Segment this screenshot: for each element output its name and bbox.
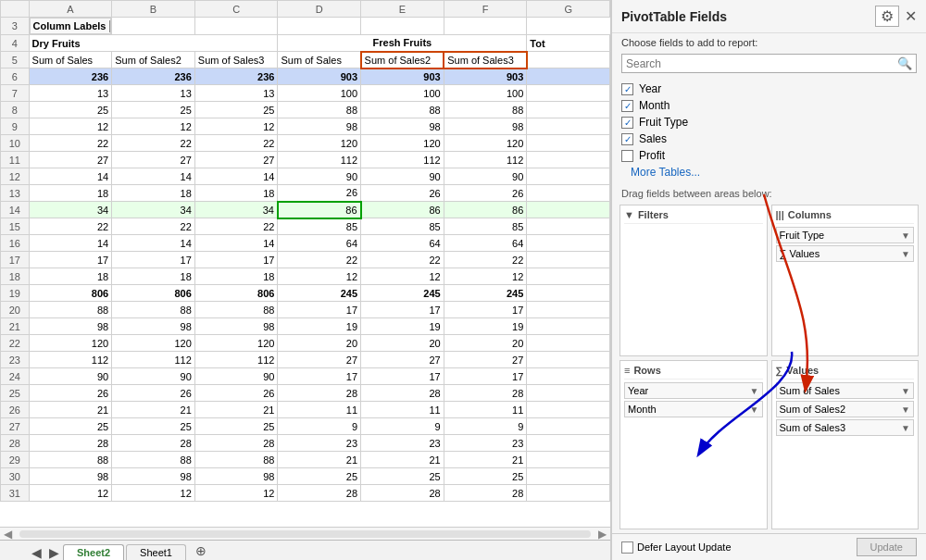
- cell-3f[interactable]: [361, 18, 444, 35]
- pivot-field-profit[interactable]: Profit: [621, 147, 917, 164]
- table-row[interactable]: 9121212989898: [1, 118, 610, 135]
- rows-year-dropdown[interactable]: ▼: [750, 386, 759, 396]
- tab-sheet1[interactable]: Sheet1: [126, 544, 186, 560]
- table-row[interactable]: 26212121111111: [1, 402, 610, 418]
- table-row[interactable]: 24909090171717: [1, 368, 610, 385]
- pivot-search-input[interactable]: [626, 57, 897, 70]
- table-row[interactable]: 14 34 34 34 86 86 86: [1, 202, 610, 218]
- cell-6b[interactable]: 236: [112, 68, 195, 85]
- table-row[interactable]: 27252525999: [1, 418, 610, 435]
- scroll-right-arrow[interactable]: ▶: [594, 528, 610, 541]
- values-sales-text: Sum of Sales: [780, 385, 840, 396]
- cell-3g[interactable]: [444, 18, 527, 35]
- pivot-values-item-sales3[interactable]: Sum of Sales3 ▼: [776, 419, 915, 436]
- pivot-close-button[interactable]: ✕: [905, 7, 917, 25]
- pivot-rows-item-month[interactable]: Month ▼: [624, 401, 763, 417]
- pivot-drag-label: Drag fields between areas below:: [612, 184, 926, 201]
- cell-14d-green[interactable]: 86: [278, 202, 361, 218]
- pivot-rows-item-year[interactable]: Year ▼: [624, 382, 763, 399]
- pivot-columns-item-fruittype[interactable]: Fruit Type ▼: [776, 227, 915, 243]
- tab-sheet2[interactable]: Sheet2: [63, 544, 124, 560]
- table-row[interactable]: 18181818121212: [1, 268, 610, 285]
- cell-3d[interactable]: [194, 18, 278, 35]
- pivot-subtitle: Choose fields to add to report:: [612, 33, 926, 50]
- cell-3c[interactable]: [112, 18, 195, 35]
- pivot-field-profit-checkbox[interactable]: [621, 150, 633, 162]
- pivot-field-fruittype-label: Fruit Type: [639, 116, 688, 129]
- table-row[interactable]: 30989898252525: [1, 468, 610, 485]
- table-row[interactable]: 15222222858585: [1, 218, 610, 235]
- table-row[interactable]: 6 236 236 236 903 903 903: [1, 68, 610, 85]
- pivot-search-box[interactable]: 🔍: [621, 54, 917, 73]
- values-sales-dropdown[interactable]: ▼: [901, 386, 910, 396]
- scroll-left-arrow[interactable]: ◀: [0, 528, 16, 541]
- pivot-field-year[interactable]: ✓ Year: [621, 81, 917, 97]
- table-row[interactable]: 16141414646464: [1, 235, 610, 252]
- tab-add-button[interactable]: ⊕: [188, 541, 214, 560]
- cell-6f[interactable]: 903: [444, 68, 527, 85]
- cell-3e[interactable]: [278, 18, 361, 35]
- cell-6d[interactable]: 903: [278, 68, 361, 85]
- pivot-values-item-sales[interactable]: Sum of Sales ▼: [776, 382, 915, 399]
- scroll-track[interactable]: [19, 530, 591, 538]
- row-num-5: 5: [1, 52, 30, 68]
- table-row[interactable]: 11272727112112112: [1, 152, 610, 168]
- search-icon: 🔍: [897, 56, 912, 70]
- values-sales2-dropdown[interactable]: ▼: [901, 404, 910, 415]
- table-row[interactable]: 10222222120120120: [1, 135, 610, 152]
- pivot-columns-item-values[interactable]: ∑ Values ▼: [776, 245, 915, 262]
- table-row[interactable]: 12141414909090: [1, 168, 610, 185]
- table-row[interactable]: 20888888171717: [1, 302, 610, 318]
- columns-fruittype-text: Fruit Type: [780, 230, 825, 241]
- table-row[interactable]: 29888888212121: [1, 452, 610, 468]
- pivot-gear-button[interactable]: ⚙: [875, 6, 899, 27]
- defer-label: Defer Layout Update: [637, 541, 732, 553]
- more-tables-link[interactable]: More Tables...: [621, 164, 917, 180]
- pivot-field-month[interactable]: ✓ Month: [621, 97, 917, 114]
- tab-nav-left[interactable]: ◀: [28, 545, 45, 560]
- values-sales3-text: Sum of Sales3: [780, 422, 846, 433]
- table-row[interactable]: 13181818262626: [1, 185, 610, 202]
- cell-6c[interactable]: 236: [194, 68, 278, 85]
- cell-6e[interactable]: 903: [361, 68, 444, 85]
- pivot-field-fruittype[interactable]: ✓ Fruit Type: [621, 114, 917, 131]
- table-row[interactable]: 17171717222222: [1, 252, 610, 268]
- cell-6a[interactable]: 236: [29, 68, 112, 85]
- table-row[interactable]: 19 806 806 806 245 245 245: [1, 285, 610, 302]
- pivot-columns-header: ||| Columns: [776, 209, 915, 224]
- table-row[interactable]: 31121212282828: [1, 485, 610, 502]
- horizontal-scrollbar[interactable]: ◀ ▶: [0, 527, 610, 540]
- tab-nav-right[interactable]: ▶: [45, 545, 63, 560]
- table-row[interactable]: 7131313100100100: [1, 85, 610, 102]
- pivot-field-sales-checkbox[interactable]: ✓: [621, 133, 633, 145]
- pivot-field-fruittype-checkbox[interactable]: ✓: [621, 117, 633, 129]
- pivot-values-item-sales2[interactable]: Sum of Sales2 ▼: [776, 401, 915, 417]
- table-row[interactable]: 22120120120202020: [1, 335, 610, 352]
- columns-values-dropdown[interactable]: ▼: [901, 249, 910, 259]
- pivot-rows-header: ≡ Rows: [624, 365, 763, 380]
- defer-checkbox[interactable]: [621, 541, 633, 554]
- pivot-field-month-checkbox[interactable]: ✓: [621, 100, 633, 112]
- pivot-columns-area: ||| Columns Fruit Type ▼ ∑ Values ▼: [771, 205, 920, 356]
- table-row[interactable]: 21989898191919: [1, 318, 610, 335]
- table-row[interactable]: 4 Dry Fruits Fresh Fruits Tot: [1, 35, 610, 52]
- table-row[interactable]: 3 Column Labels ▼: [1, 18, 610, 35]
- pivot-values-label: Values: [786, 365, 819, 376]
- table-row[interactable]: 5 Sum of Sales Sum of Sales2 Sum of Sale…: [1, 52, 610, 68]
- pivot-field-sales[interactable]: ✓ Sales: [621, 131, 917, 147]
- table-row[interactable]: 28282828232323: [1, 435, 610, 452]
- pivot-field-year-checkbox[interactable]: ✓: [621, 83, 633, 95]
- pivot-fields-list: ✓ Year ✓ Month ✓ Fruit Type ✓ Sales Prof…: [612, 77, 926, 184]
- defer-layout-check[interactable]: Defer Layout Update: [621, 541, 732, 554]
- pivot-columns-label: Columns: [788, 209, 832, 220]
- fresh-fruits-label: Fresh Fruits: [278, 35, 527, 52]
- update-button[interactable]: Update: [857, 538, 917, 556]
- values-sales3-dropdown[interactable]: ▼: [901, 423, 910, 433]
- rows-month-dropdown[interactable]: ▼: [750, 404, 759, 415]
- table-row[interactable]: 25262626282828: [1, 385, 610, 402]
- table-row[interactable]: 8252525888888: [1, 102, 610, 118]
- cell-6g[interactable]: [527, 68, 610, 85]
- pivot-panel: PivotTable Fields ⚙ ✕ Choose fields to a…: [611, 0, 926, 560]
- columns-fruittype-dropdown[interactable]: ▼: [901, 230, 910, 241]
- table-row[interactable]: 23112112112272727: [1, 352, 610, 368]
